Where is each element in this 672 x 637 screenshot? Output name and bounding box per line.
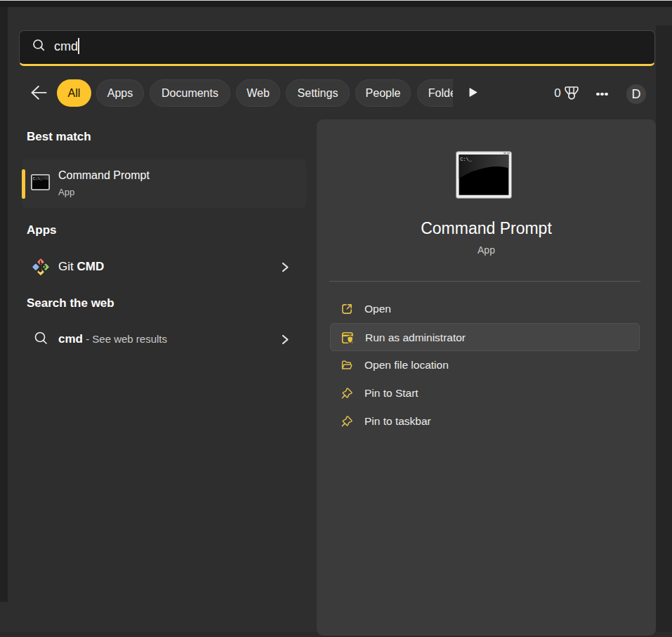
svg-text:C:\_: C:\_ bbox=[33, 176, 43, 181]
svg-text:C:\_: C:\_ bbox=[460, 157, 473, 162]
